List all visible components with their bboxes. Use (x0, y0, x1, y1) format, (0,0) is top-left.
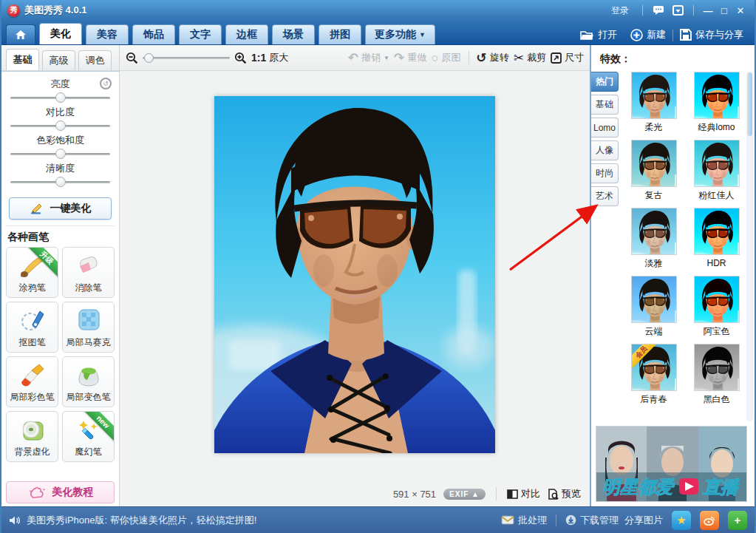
preview-button[interactable]: 预览 (548, 487, 581, 500)
slider-knob[interactable] (55, 149, 66, 159)
share-image-button[interactable]: 分享图片 (624, 514, 663, 527)
undo-label: 撤销 (361, 51, 381, 64)
slider-knob[interactable] (55, 120, 66, 131)
crop-button[interactable]: ✂ 裁剪 (514, 51, 546, 64)
undo-button[interactable]: ↶ 撤销 ▼ (348, 51, 389, 64)
more-apps-button[interactable]: + (728, 511, 747, 530)
effect-复古[interactable]: 复古 (624, 140, 683, 206)
weibo-icon[interactable] (700, 511, 719, 530)
brush-背景虚化[interactable]: 背景虚化 (6, 411, 58, 462)
feedback-icon[interactable] (651, 4, 666, 16)
panel-tab-高级[interactable]: 高级 (42, 50, 75, 70)
original-size-button[interactable]: 1:1 原大 (251, 51, 288, 64)
effect-category-时尚[interactable]: 时尚 (591, 163, 619, 183)
effect-thumbnail[interactable] (694, 208, 740, 255)
nav-tab-场景[interactable]: 场景 (272, 24, 315, 44)
zoom-in-button[interactable] (234, 52, 247, 64)
login-link[interactable]: 登录 (611, 4, 629, 17)
slider-track[interactable] (10, 92, 110, 103)
effect-category-人像[interactable]: 人像 (591, 140, 619, 160)
effect-HDR[interactable]: HDR (687, 208, 746, 274)
original-label: 原图 (442, 51, 461, 64)
brush-魔幻笔[interactable]: 魔幻笔new (62, 411, 115, 462)
effect-category-Lomo[interactable]: Lomo (591, 118, 619, 138)
compare-button[interactable]: 对比 (507, 487, 540, 500)
home-icon (15, 30, 27, 40)
brush-消除笔[interactable]: 消除笔 (62, 247, 115, 298)
redo-button[interactable]: ↷ 重做 (394, 51, 426, 64)
brush-局部马赛克[interactable]: 局部马赛克 (62, 302, 115, 353)
effect-thumbnail[interactable] (631, 140, 677, 187)
slider-label: 亮度 (10, 78, 110, 91)
panel-tab-基础[interactable]: 基础 (6, 49, 39, 70)
effect-thumbnail[interactable] (631, 208, 677, 255)
nav-tab-文字[interactable]: 文字 (179, 24, 222, 44)
slider-track[interactable] (10, 177, 110, 187)
effect-阿宝色[interactable]: 阿宝色 (687, 276, 746, 342)
close-button[interactable]: ✕ (732, 5, 749, 16)
effect-thumbnail[interactable] (694, 344, 740, 391)
status-message[interactable]: 美图秀秀iPhone版: 帮你快速美化照片，轻松搞定拼图! (27, 514, 256, 527)
view-original-button[interactable]: ○ 原图 (431, 51, 460, 64)
skin-icon[interactable] (670, 4, 685, 16)
open-button[interactable]: 打开 (580, 28, 617, 41)
rotate-button[interactable]: ↺ 旋转 (477, 51, 509, 64)
save-share-button[interactable]: 保存与分享 (680, 28, 743, 41)
slider-track[interactable] (10, 149, 110, 159)
nav-tab-拼图[interactable]: 拼图 (319, 24, 361, 44)
divider (693, 5, 694, 16)
panel-tab-调色[interactable]: 调色 (78, 50, 112, 70)
effect-category-艺术[interactable]: 艺术 (591, 186, 619, 206)
home-button[interactable] (6, 24, 35, 44)
slider-knob[interactable] (55, 92, 66, 103)
download-manager-button[interactable]: 下载管理 (565, 514, 619, 527)
effect-thumbnail[interactable] (694, 276, 740, 323)
effect-黑白色[interactable]: 黑白色 (687, 344, 746, 410)
nav-tab-饰品[interactable]: 饰品 (132, 24, 175, 44)
resize-button[interactable]: 尺寸 (551, 51, 584, 64)
zoom-slider[interactable] (143, 53, 230, 62)
effect-柔光[interactable]: 柔光 (624, 72, 683, 138)
divider (672, 30, 673, 41)
effect-category-基础[interactable]: 基础 (591, 95, 619, 115)
brush-抠图笔[interactable]: 抠图笔 (6, 302, 58, 353)
reset-icon[interactable]: ↺ (100, 78, 112, 89)
effect-thumbnail[interactable] (631, 72, 677, 119)
photo-image[interactable] (214, 96, 495, 453)
effect-淡雅[interactable]: 淡雅 (624, 208, 683, 274)
effects-scrollbar[interactable] (746, 72, 753, 421)
effect-粉红佳人[interactable]: 粉红佳人 (687, 140, 746, 206)
zoom-out-button[interactable] (126, 52, 138, 64)
scrollbar-thumb[interactable] (747, 72, 752, 136)
ad-banner[interactable]: 明星都爱 直播 (596, 426, 747, 502)
effect-云端[interactable]: 云端 (624, 276, 683, 342)
nav-tab-美容[interactable]: 美容 (86, 24, 129, 44)
undo-history-caret-icon[interactable]: ▼ (384, 55, 389, 61)
new-button[interactable]: 新建 (630, 28, 666, 41)
batch-process-button[interactable]: 批处理 (501, 514, 547, 527)
one-click-beautify-button[interactable]: 一键美化 (9, 197, 112, 220)
brush-涂鸦笔[interactable]: 涂鸦笔升级 (6, 247, 58, 298)
effect-经典lomo[interactable]: 经典lomo (687, 72, 746, 138)
effect-thumbnail[interactable] (631, 276, 677, 323)
effect-thumbnail[interactable]: 会员 (631, 344, 677, 391)
effect-thumbnail[interactable] (694, 72, 740, 119)
maximize-button[interactable]: □ (716, 5, 732, 16)
brush-局部变色笔[interactable]: 局部变色笔 (62, 356, 115, 407)
slider-knob[interactable] (55, 177, 66, 187)
effect-thumbnail[interactable] (694, 140, 740, 187)
brush-局部彩色笔[interactable]: 局部彩色笔 (6, 356, 58, 407)
exif-badge[interactable]: EXIF ▲ (443, 489, 486, 500)
nav-tab-美化[interactable]: 美化 (39, 23, 82, 44)
nav-tab-边框[interactable]: 边框 (225, 24, 268, 44)
effect-后青春[interactable]: 会员后青春 (624, 344, 683, 410)
slider-track[interactable] (10, 120, 110, 131)
zoom-slider-knob[interactable] (144, 53, 154, 63)
photo-canvas[interactable]: 591 × 751 EXIF ▲ 对比 预览 (120, 71, 590, 506)
beautify-tutorial-button[interactable]: 美化教程 (6, 481, 115, 503)
nav-tab-更多功能[interactable]: 更多功能▼ (365, 24, 435, 44)
qzone-icon[interactable]: ★ (672, 511, 691, 530)
minimize-button[interactable]: — (700, 5, 716, 16)
effect-category-热门[interactable]: 热门 (591, 72, 619, 92)
batch-label: 批处理 (518, 514, 547, 527)
